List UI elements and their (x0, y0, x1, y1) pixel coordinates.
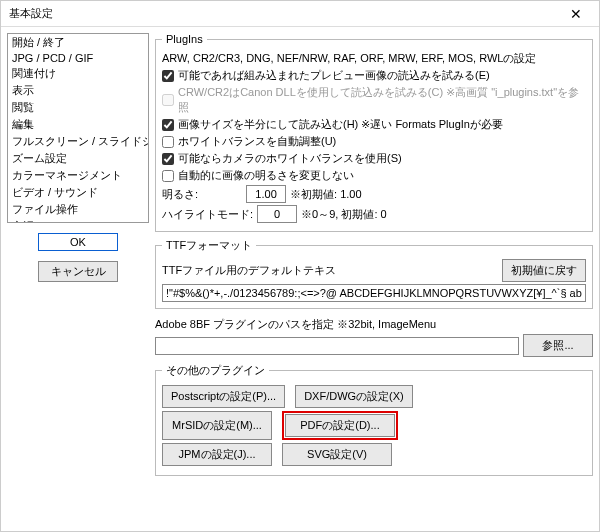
sidebar-item[interactable]: ファイル操作 (8, 201, 148, 218)
postscript-button[interactable]: Postscriptの設定(P)... (162, 385, 285, 408)
sidebar-item[interactable]: 閲覧 (8, 99, 148, 116)
sidebar-item[interactable]: 開始 / 終了 (8, 34, 148, 51)
chk-preview[interactable] (162, 70, 174, 82)
browse-button[interactable]: 参照... (523, 334, 593, 357)
pdf-button[interactable]: PDFの設定(D)... (285, 414, 395, 437)
plugins-group: PlugIns ARW, CR2/CR3, DNG, NEF/NRW, RAF,… (155, 33, 593, 232)
category-list[interactable]: 開始 / 終了JPG / PCD / GIF関連付け表示閲覧編集フルスクリーン … (7, 33, 149, 223)
ok-button[interactable]: OK (38, 233, 118, 251)
mrsid-button[interactable]: MrSIDの設定(M)... (162, 411, 272, 440)
chk-auto-wb-label: ホワイトバランスを自動調整(U) (178, 134, 336, 149)
chk-halfsize-label: 画像サイズを半分にして読み込む(H) ※遅い Formats PlugInが必要 (178, 117, 503, 132)
sidebar-item[interactable]: 言語 (8, 218, 148, 223)
jpm-button[interactable]: JPMの設定(J)... (162, 443, 272, 466)
chk-halfsize[interactable] (162, 119, 174, 131)
highlight-label: ハイライトモード: (162, 207, 253, 222)
sidebar-item[interactable]: フルスクリーン / スライドショ (8, 133, 148, 150)
chk-preview-label: 可能であれば組み込まれたプレビュー画像の読込みを試みる(E) (178, 68, 490, 83)
chk-auto-wb[interactable] (162, 136, 174, 148)
formats-line: ARW, CR2/CR3, DNG, NEF/NRW, RAF, ORF, MR… (162, 51, 586, 66)
dxf-button[interactable]: DXF/DWGの設定(X) (295, 385, 413, 408)
sidebar-item[interactable]: ズーム設定 (8, 150, 148, 167)
close-icon[interactable]: ✕ (561, 4, 591, 24)
sidebar-item[interactable]: カラーマネージメント (8, 167, 148, 184)
chk-canon-dll (162, 94, 174, 106)
brightness-hint: ※初期値: 1.00 (290, 187, 362, 202)
ttf-input[interactable] (162, 284, 586, 302)
ttf-label: TTFファイル用のデフォルトテキス (162, 263, 336, 278)
brightness-input[interactable] (246, 185, 286, 203)
ttf-reset-button[interactable]: 初期値に戻す (502, 259, 586, 282)
sidebar-item[interactable]: 編集 (8, 116, 148, 133)
other-plugins-group: その他のプラグイン Postscriptの設定(P)... DXF/DWGの設定… (155, 363, 593, 476)
cancel-button[interactable]: キャンセル (38, 261, 118, 282)
chk-no-auto-bright-label: 自動的に画像の明るさを変更しない (178, 168, 354, 183)
chk-canon-dll-label: CRW/CR2はCanon DLLを使用して読込みを試みる(C) ※高画質 "i… (178, 85, 586, 115)
sidebar-item[interactable]: 関連付け (8, 65, 148, 82)
other-legend: その他のプラグイン (162, 363, 269, 378)
highlight-input[interactable] (257, 205, 297, 223)
adobe-path-input[interactable] (155, 337, 519, 355)
svg-button[interactable]: SVG設定(V) (282, 443, 392, 466)
sidebar-item[interactable]: JPG / PCD / GIF (8, 51, 148, 65)
brightness-label: 明るさ: (162, 187, 198, 202)
ttf-legend: TTFフォーマット (162, 238, 256, 253)
chk-no-auto-bright[interactable] (162, 170, 174, 182)
plugins-legend: PlugIns (162, 33, 207, 45)
chk-camera-wb[interactable] (162, 153, 174, 165)
adobe-label: Adobe 8BF プラグインのパスを指定 ※32bit, ImageMenu (155, 317, 593, 332)
ttf-group: TTFフォーマット TTFファイル用のデフォルトテキス 初期値に戻す (155, 238, 593, 309)
highlight-hint: ※0～9, 初期値: 0 (301, 207, 387, 222)
sidebar-item[interactable]: ビデオ / サウンド (8, 184, 148, 201)
window-title: 基本設定 (9, 6, 53, 21)
sidebar-item[interactable]: 表示 (8, 82, 148, 99)
chk-camera-wb-label: 可能ならカメラのホワイトバランスを使用(S) (178, 151, 402, 166)
